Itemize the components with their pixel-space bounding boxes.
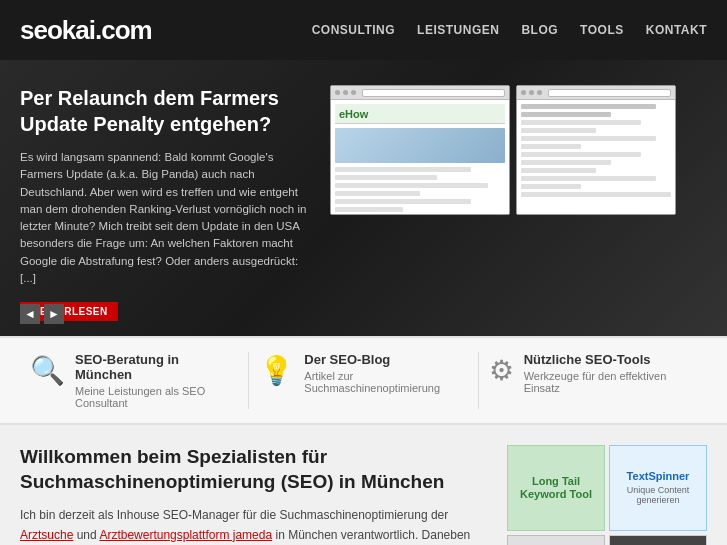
fake-line bbox=[521, 120, 641, 125]
dot bbox=[343, 90, 348, 95]
features-row: 🔍 SEO-Beratung in München Meine Leistung… bbox=[0, 336, 727, 425]
feature-text-3: Nützliche SEO-Tools Werkzeuge für den ef… bbox=[524, 352, 697, 394]
feature-seo-blog[interactable]: 💡 Der SEO-Blog Artikel zur Suchmaschinen… bbox=[249, 352, 478, 409]
tool-textspinner-subtitle: Unique Content generieren bbox=[618, 485, 698, 505]
header: seokai.com CONSULTING LEISTUNGEN BLOG TO… bbox=[0, 0, 727, 60]
tool-longtail[interactable]: Long TailKeyword Tool bbox=[507, 445, 605, 531]
fake-line bbox=[521, 160, 611, 165]
fake-line bbox=[335, 183, 488, 188]
hero-section: Per Relaunch dem Farmers Update Penalty … bbox=[0, 60, 727, 336]
dot bbox=[537, 90, 542, 95]
main-section: Willkommen beim Spezialisten für Suchmas… bbox=[0, 425, 727, 545]
fake-line bbox=[335, 167, 471, 172]
nav-blog[interactable]: BLOG bbox=[521, 23, 558, 37]
tool-dark[interactable] bbox=[609, 535, 707, 545]
slider-nav: ◄ ► bbox=[20, 304, 64, 324]
site-logo[interactable]: seokai.com bbox=[20, 15, 152, 46]
gear-icon: ⚙ bbox=[489, 354, 514, 387]
tool-pagerank[interactable]: Page bbox=[507, 535, 605, 545]
slider-prev-button[interactable]: ◄ bbox=[20, 304, 40, 324]
browser-content-2 bbox=[517, 100, 675, 214]
fake-line bbox=[521, 136, 656, 141]
fake-line bbox=[335, 207, 403, 212]
browser-bar-2 bbox=[517, 86, 675, 100]
ehow-logo: eHow bbox=[339, 108, 368, 120]
feature-title-2: Der SEO-Blog bbox=[304, 352, 467, 367]
fake-line bbox=[335, 199, 471, 204]
feature-text-2: Der SEO-Blog Artikel zur Suchmaschinenop… bbox=[304, 352, 467, 394]
hero-title: Per Relaunch dem Farmers Update Penalty … bbox=[20, 85, 310, 137]
feature-title-3: Nützliche SEO-Tools bbox=[524, 352, 697, 367]
dot bbox=[335, 90, 340, 95]
dot bbox=[351, 90, 356, 95]
fake-line bbox=[335, 191, 420, 196]
main-nav: CONSULTING LEISTUNGEN BLOG TOOLS KONTAKT bbox=[312, 23, 707, 37]
fake-line bbox=[521, 192, 671, 197]
nav-consulting[interactable]: CONSULTING bbox=[312, 23, 395, 37]
feature-title-1: SEO-Beratung in München bbox=[75, 352, 238, 382]
hero-screenshot-1: eHow bbox=[330, 85, 510, 215]
dot bbox=[529, 90, 534, 95]
nav-tools[interactable]: TOOLS bbox=[580, 23, 624, 37]
fake-browser-2 bbox=[517, 86, 675, 214]
slider-next-button[interactable]: ► bbox=[44, 304, 64, 324]
feature-subtitle-3: Werkzeuge für den effektiven Einsatz bbox=[524, 370, 697, 394]
main-body: Ich bin derzeit als Inhouse SEO-Manager … bbox=[20, 506, 487, 545]
hero-text-block: Per Relaunch dem Farmers Update Penalty … bbox=[20, 85, 330, 321]
tool-longtail-title: Long TailKeyword Tool bbox=[520, 475, 592, 501]
hero-images: eHow bbox=[330, 85, 676, 321]
fake-line bbox=[521, 184, 581, 189]
main-title: Willkommen beim Spezialisten für Suchmas… bbox=[20, 445, 487, 494]
main-body-text-2: und bbox=[73, 528, 99, 542]
search-icon: 🔍 bbox=[30, 354, 65, 387]
fake-line bbox=[521, 128, 596, 133]
lightbulb-icon: 💡 bbox=[259, 354, 294, 387]
hero-screenshot-2 bbox=[516, 85, 676, 215]
tool-textspinner-title: TextSpinner bbox=[618, 470, 698, 483]
feature-subtitle-1: Meine Leistungen als SEO Consultant bbox=[75, 385, 238, 409]
url-bar bbox=[548, 89, 671, 97]
fake-line bbox=[335, 175, 437, 180]
fake-line bbox=[521, 152, 641, 157]
dot bbox=[521, 90, 526, 95]
nav-leistungen[interactable]: LEISTUNGEN bbox=[417, 23, 499, 37]
feature-subtitle-2: Artikel zur Suchmaschinenoptimierung bbox=[304, 370, 467, 394]
main-text-block: Willkommen beim Spezialisten für Suchmas… bbox=[20, 445, 487, 545]
tool-textspinner-content: TextSpinner Unique Content generieren bbox=[618, 470, 698, 505]
browser-bar-1 bbox=[331, 86, 509, 100]
fake-browser-1: eHow bbox=[331, 86, 509, 214]
fake-line bbox=[521, 176, 656, 181]
arztsuche-link[interactable]: Arztsuche bbox=[20, 528, 73, 542]
fake-line bbox=[521, 168, 596, 173]
feature-text-1: SEO-Beratung in München Meine Leistungen… bbox=[75, 352, 238, 409]
fake-image bbox=[335, 128, 505, 163]
url-bar bbox=[362, 89, 505, 97]
fake-line bbox=[521, 104, 656, 109]
tool-longtail-content: Long TailKeyword Tool bbox=[520, 475, 592, 501]
main-body-text-1: Ich bin derzeit als Inhouse SEO-Manager … bbox=[20, 508, 448, 522]
feature-seo-tools[interactable]: ⚙ Nützliche SEO-Tools Werkzeuge für den … bbox=[479, 352, 707, 409]
ehow-header: eHow bbox=[335, 104, 505, 124]
feature-seo-beratung[interactable]: 🔍 SEO-Beratung in München Meine Leistung… bbox=[20, 352, 249, 409]
fake-line bbox=[521, 112, 611, 117]
sidebar-tools: Long TailKeyword Tool TextSpinner Unique… bbox=[507, 445, 707, 545]
fake-line bbox=[521, 144, 581, 149]
browser-content-1: eHow bbox=[331, 100, 509, 214]
tool-textspinner[interactable]: TextSpinner Unique Content generieren bbox=[609, 445, 707, 531]
nav-kontakt[interactable]: KONTAKT bbox=[646, 23, 707, 37]
jameda-link[interactable]: Arztbewertungsplattform jameda bbox=[99, 528, 272, 542]
hero-body: Es wird langsam spannend: Bald kommt Goo… bbox=[20, 149, 310, 287]
